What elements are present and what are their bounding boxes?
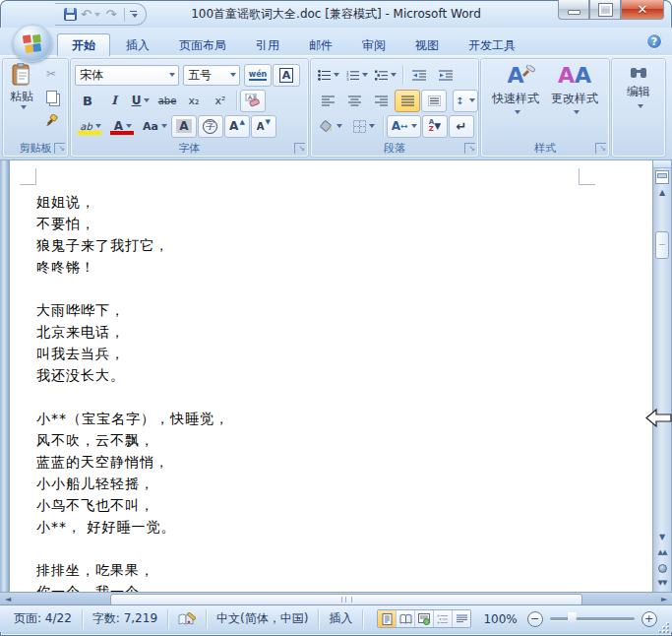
page-indicator[interactable]: 页面: 4/22 <box>4 609 83 629</box>
help-button[interactable]: ? <box>646 33 662 49</box>
superscript-button[interactable]: x² <box>208 90 233 112</box>
decrease-indent-button[interactable] <box>406 64 432 87</box>
bold-button[interactable]: B <box>75 90 100 112</box>
font-name-combo[interactable]: 宋体 <box>75 65 179 86</box>
tab-引用[interactable]: 引用 <box>242 34 293 56</box>
next-page-button[interactable]: ▼▼ <box>653 575 671 592</box>
quick-styles-button[interactable]: A 快速样式 <box>487 62 544 125</box>
clipboard-dialog-launcher[interactable]: ↘ <box>54 143 65 154</box>
undo-button[interactable]: ↶ <box>82 6 99 24</box>
character-scaling-button[interactable]: A ↔ <box>387 115 421 138</box>
word-count[interactable]: 字数: 7,219 <box>83 609 168 629</box>
document-line[interactable]: 蓝蓝的天空静悄悄， <box>36 451 633 473</box>
document-line[interactable] <box>36 278 633 299</box>
zoom-slider-thumb[interactable] <box>568 612 577 625</box>
document-line[interactable] <box>36 386 633 408</box>
document-line[interactable]: 排排坐，吃果果， <box>36 559 633 581</box>
multilevel-list-button[interactable] <box>372 64 399 87</box>
document-line[interactable] <box>36 538 633 559</box>
subscript-button[interactable]: x₂ <box>181 90 207 112</box>
document-line[interactable]: 姐姐说， <box>36 191 633 213</box>
line-spacing-button[interactable]: ↕ <box>453 90 478 112</box>
change-case-button[interactable]: Aa <box>140 115 170 138</box>
tab-审阅[interactable]: 审阅 <box>348 34 399 56</box>
document-page[interactable]: 姐姐说，不要怕，狼鬼子来了我打它，咚咚锵！大雨哗哗下，北京来电话，叫我去当兵，我… <box>10 160 653 592</box>
insert-mode-indicator[interactable]: 插入 <box>319 609 363 629</box>
sort-button[interactable]: A Z ▼ <box>422 115 448 138</box>
character-shading-button[interactable]: A <box>171 115 197 138</box>
shrink-font-button[interactable]: A▼ <box>251 115 276 138</box>
cut-button[interactable]: ✂ <box>38 62 64 85</box>
scroll-down-button[interactable]: ▼ <box>653 530 671 544</box>
select-browse-object-button[interactable] <box>653 561 671 575</box>
tab-页面布局[interactable]: 页面布局 <box>165 34 240 56</box>
horizontal-scrollbar[interactable]: ◄ ► <box>0 592 672 605</box>
document-line[interactable]: 狼鬼子来了我打它， <box>36 234 633 256</box>
font-dialog-launcher[interactable]: ↘ <box>294 143 305 154</box>
align-right-button[interactable] <box>368 90 394 112</box>
document-line[interactable]: 小小船儿轻轻摇， <box>36 473 633 494</box>
tab-开发工具[interactable]: 开发工具 <box>455 34 529 56</box>
styles-dialog-launcher[interactable]: ↘ <box>595 143 606 154</box>
character-border-button[interactable]: A <box>273 64 300 87</box>
clear-formatting-button[interactable]: A3 <box>240 90 266 112</box>
paragraph-dialog-launcher[interactable]: ↘ <box>464 143 475 154</box>
restore-button[interactable] <box>589 0 621 20</box>
scroll-right-button[interactable]: ► <box>658 594 670 604</box>
zoom-slider-track[interactable] <box>550 617 635 620</box>
shading-button[interactable] <box>315 115 347 138</box>
save-button[interactable] <box>61 6 79 24</box>
document-line[interactable]: 北京来电话， <box>36 321 633 343</box>
document-line[interactable]: 我还没长大。 <box>36 364 633 386</box>
office-button[interactable] <box>13 25 52 62</box>
document-line[interactable]: 风不吹，云不飘， <box>36 429 633 451</box>
font-size-combo[interactable]: 五号 <box>183 65 240 86</box>
underline-button[interactable]: U <box>128 90 153 112</box>
font-color-button[interactable]: A <box>107 115 139 138</box>
align-center-button[interactable] <box>341 90 367 112</box>
format-painter-button[interactable] <box>38 109 64 132</box>
scroll-up-button[interactable]: ▲ <box>653 185 671 200</box>
show-hide-marks-button[interactable]: ↵ <box>449 115 474 138</box>
document-line[interactable]: 叫我去当兵， <box>36 343 633 364</box>
scroll-left-button[interactable]: ◄ <box>2 594 14 604</box>
increase-indent-button[interactable] <box>433 64 458 87</box>
document-line[interactable]: 小**（宝宝名字），快睡觉， <box>36 408 633 429</box>
view-ruler-button[interactable] <box>653 168 671 185</box>
bullets-button[interactable] <box>315 64 342 87</box>
vertical-scroll-thumb[interactable] <box>655 231 669 259</box>
grow-font-button[interactable]: A▲ <box>224 115 250 138</box>
web-layout-view-button[interactable] <box>415 610 434 627</box>
tab-视图[interactable]: 视图 <box>401 34 453 56</box>
document-line[interactable]: 你一个，我一个， <box>36 581 633 592</box>
full-screen-reading-view-button[interactable] <box>397 610 415 627</box>
tab-插入[interactable]: 插入 <box>112 34 163 56</box>
document-line[interactable]: 小**， 好好睡一觉。 <box>36 516 633 538</box>
vertical-scroll-track[interactable] <box>653 200 671 530</box>
phonetic-guide-button[interactable]: wén <box>244 64 272 87</box>
document-line[interactable]: 小鸟不飞也不叫， <box>36 494 633 516</box>
distributed-button[interactable] <box>421 90 447 112</box>
document-line[interactable]: 咚咚锵！ <box>36 256 633 278</box>
strikethrough-button[interactable]: abe <box>154 90 180 112</box>
paste-button[interactable]: 粘贴 <box>7 62 36 125</box>
align-left-button[interactable] <box>315 90 340 112</box>
copy-button[interactable] <box>38 86 64 108</box>
italic-button[interactable]: I <box>101 90 127 112</box>
resize-grip[interactable] <box>657 621 669 633</box>
document-line[interactable]: 大雨哗哗下， <box>36 299 633 321</box>
zoom-in-button[interactable]: + <box>641 611 657 627</box>
justify-button[interactable] <box>395 90 420 112</box>
print-layout-view-button[interactable] <box>378 610 397 627</box>
numbering-button[interactable]: 1 2 3 <box>343 64 371 87</box>
enclose-characters-button[interactable]: 字 <box>198 115 223 138</box>
text-highlight-button[interactable]: ab <box>75 115 106 138</box>
borders-button[interactable] <box>348 115 381 138</box>
tab-邮件[interactable]: 邮件 <box>295 34 346 56</box>
language-indicator[interactable]: 中文(简体，中国) <box>207 609 319 629</box>
tab-开始[interactable]: 开始 <box>57 33 110 56</box>
proofing-status[interactable] <box>168 609 207 629</box>
close-button[interactable]: ✕ <box>621 0 664 20</box>
document-line[interactable]: 不要怕， <box>36 213 633 234</box>
draft-view-button[interactable] <box>453 610 470 627</box>
